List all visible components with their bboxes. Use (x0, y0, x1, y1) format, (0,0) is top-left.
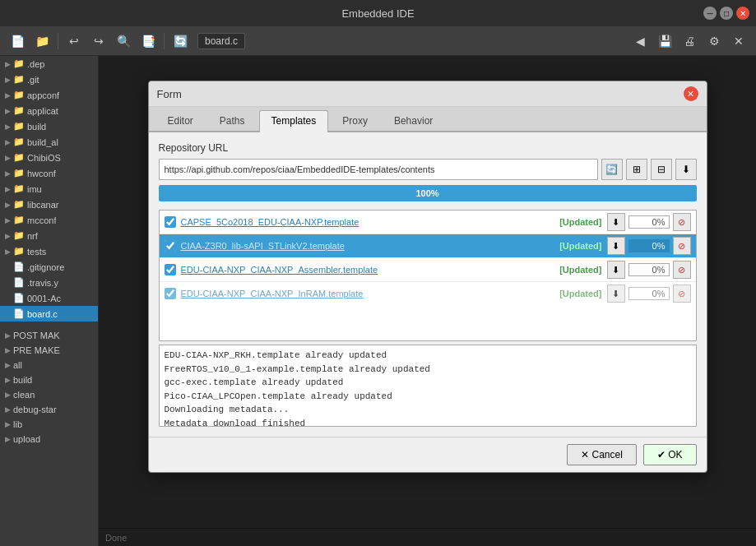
maximize-button[interactable]: □ (720, 7, 733, 20)
search-button[interactable]: 🔍 (113, 30, 134, 52)
sidebar-item-applicat[interactable]: ▶ 📁 applicat (0, 103, 98, 118)
template-download-btn-4[interactable]: ⬇ (607, 285, 625, 303)
current-filename: board.c (197, 33, 245, 49)
sidebar-item-travis[interactable]: ▶ 📄 .travis.y (0, 275, 98, 290)
sidebar-item-build-al[interactable]: ▶ 📁 build_al (0, 134, 98, 150)
sidebar-section-debug-star[interactable]: ▶ debug-star (0, 402, 98, 417)
arrow-icon: ▶ (5, 60, 11, 68)
sidebar-item-boardc[interactable]: ▶ 📄 board.c (0, 306, 98, 322)
url-download-button[interactable]: ⬇ (675, 159, 697, 180)
close-file-button[interactable]: ✕ (728, 30, 749, 52)
folder-icon: 📁 (13, 58, 25, 69)
sidebar-item-gitignore[interactable]: ▶ 📄 .gitignore (0, 259, 98, 275)
url-grid-button[interactable]: ⊟ (651, 159, 672, 180)
form-dialog: Form ✕ Editor Paths Templates Proxy Beha… (148, 81, 707, 473)
sidebar-item-git[interactable]: ▶ 📁 .git (0, 72, 98, 87)
url-input[interactable] (159, 159, 598, 180)
template-name-1[interactable]: CAPSE_5Co2018_EDU-CIAA-NXP.template (181, 217, 555, 227)
sidebar-item-label: imu (27, 184, 42, 194)
sidebar-item-libcanar[interactable]: ▶ 📁 libcanar (0, 197, 98, 212)
sidebar-item-label: .gitignore (27, 262, 64, 272)
print-button[interactable]: 🖨 (679, 30, 700, 52)
dialog-close-button[interactable]: ✕ (684, 86, 698, 101)
arrow-icon: ▶ (5, 376, 11, 384)
sidebar-section-upload[interactable]: ▶ upload (0, 432, 98, 447)
template-download-btn-2[interactable]: ⬇ (607, 237, 625, 255)
template-download-btn-1[interactable]: ⬇ (607, 213, 625, 231)
template-name-3[interactable]: EDU-CIAA-NXP_CIAA-NXP_Assembler.template (181, 265, 555, 275)
tab-templates[interactable]: Templates (259, 110, 329, 132)
sidebar-item-0001[interactable]: ▶ 📄 0001-Ac (0, 290, 98, 306)
file-icon: 📄 (13, 293, 25, 303)
bookmark-button[interactable]: 📑 (137, 30, 159, 52)
arrow-icon: ▶ (5, 232, 11, 240)
settings-button[interactable]: ⚙ (703, 30, 725, 52)
url-refresh-button[interactable]: 🔄 (601, 159, 623, 180)
template-name-4[interactable]: EDU-CIAA-NXP_CIAA-NXP_InRAM.template (181, 289, 555, 298)
sidebar-item-chibios[interactable]: ▶ 📁 ChibiOS (0, 150, 98, 165)
refresh-button[interactable]: 🔄 (169, 30, 191, 52)
template-badge-4: [Updated] (559, 289, 601, 298)
folder-icon: 📁 (13, 90, 25, 100)
sidebar-section-build[interactable]: ▶ build (0, 372, 98, 387)
template-name-2[interactable]: CIAA-Z3R0_lib-sAPI_STLinkV2.template (181, 241, 555, 251)
save-button[interactable]: 💾 (654, 30, 675, 52)
sidebar-item-build[interactable]: ▶ 📁 build (0, 118, 98, 134)
sidebar: ▶ 📁 .dep ▶ 📁 .git ▶ 📁 appconf ▶ 📁 applic… (0, 56, 99, 546)
arrow-icon: ▶ (5, 346, 11, 354)
sidebar-section-clean[interactable]: ▶ clean (0, 387, 98, 402)
template-checkbox-4[interactable] (165, 288, 176, 299)
new-file-button[interactable]: 📄 (7, 30, 28, 52)
sidebar-item-hwconf[interactable]: ▶ 📁 hwconf (0, 165, 98, 181)
close-window-button[interactable]: ✕ (736, 7, 749, 20)
template-actions-1: ⬇ 0% ⊘ (607, 213, 691, 231)
sidebar-section-lib[interactable]: ▶ lib (0, 417, 98, 432)
template-cancel-btn-2[interactable]: ⊘ (673, 237, 691, 255)
open-folder-button[interactable]: 📁 (31, 30, 53, 52)
main-area: ▶ 📁 .dep ▶ 📁 .git ▶ 📁 appconf ▶ 📁 applic… (0, 56, 756, 546)
dialog-footer: ✕ Cancel ✔ OK (149, 437, 707, 472)
redo-button[interactable]: ↪ (88, 30, 109, 52)
sidebar-item-label: ChibiOS (27, 153, 61, 163)
template-checkbox-1[interactable] (165, 216, 176, 228)
right-content: Form ✕ Editor Paths Templates Proxy Beha… (99, 56, 756, 546)
template-cancel-btn-1[interactable]: ⊘ (673, 213, 691, 231)
sidebar-item-nrf[interactable]: ▶ 📁 nrf (0, 228, 98, 243)
template-download-btn-3[interactable]: ⬇ (607, 261, 625, 279)
arrow-icon: ▶ (5, 331, 11, 340)
file-icon: 📄 (13, 261, 25, 272)
template-checkbox-2[interactable] (165, 240, 176, 252)
url-qr-button[interactable]: ⊞ (626, 159, 647, 180)
log-line-4: Pico-CIAA_LPCOpen.template already updat… (165, 390, 691, 404)
template-cancel-btn-4[interactable]: ⊘ (673, 285, 691, 303)
dialog-title: Form (157, 88, 182, 100)
sidebar-item-appconf[interactable]: ▶ 📁 appconf (0, 87, 98, 103)
sidebar-item-label: board.c (27, 309, 58, 319)
undo-button[interactable]: ↩ (63, 30, 85, 52)
folder-icon: 📁 (13, 199, 25, 210)
sidebar-item-label: .travis.y (27, 278, 58, 288)
template-actions-4: ⬇ 0% ⊘ (607, 285, 691, 303)
sidebar-section-post-mak[interactable]: ▶ POST MAK (0, 328, 98, 343)
arrow-icon: ▶ (5, 107, 11, 115)
sidebar-item-imu[interactable]: ▶ 📁 imu (0, 181, 98, 197)
scroll-left-button[interactable]: ◀ (629, 30, 651, 52)
sidebar-item-tests[interactable]: ▶ 📁 tests (0, 243, 98, 259)
tab-paths[interactable]: Paths (207, 110, 257, 131)
template-actions-2: ⬇ 0% ⊘ (607, 237, 691, 255)
sidebar-item-mcconf[interactable]: ▶ 📁 mcconf (0, 212, 98, 228)
sidebar-section-all[interactable]: ▶ all (0, 358, 98, 372)
template-cancel-btn-3[interactable]: ⊘ (673, 261, 691, 279)
sidebar-item-label: 0001-Ac (27, 294, 61, 303)
cancel-button[interactable]: ✕ Cancel (567, 444, 637, 465)
sidebar-item-label: appconf (27, 90, 59, 100)
sidebar-section-pre-make[interactable]: ▶ PRE MAKE (0, 343, 98, 358)
sidebar-item-dep[interactable]: ▶ 📁 .dep (0, 56, 98, 72)
minimize-button[interactable]: ─ (703, 7, 717, 20)
template-checkbox-3[interactable] (165, 264, 176, 275)
ok-button[interactable]: ✔ OK (643, 444, 697, 465)
template-row: EDU-CIAA-NXP_CIAA-NXP_Assembler.template… (160, 258, 696, 282)
tab-proxy[interactable]: Proxy (330, 110, 380, 131)
tab-editor[interactable]: Editor (155, 110, 206, 131)
tab-behavior[interactable]: Behavior (382, 110, 445, 131)
